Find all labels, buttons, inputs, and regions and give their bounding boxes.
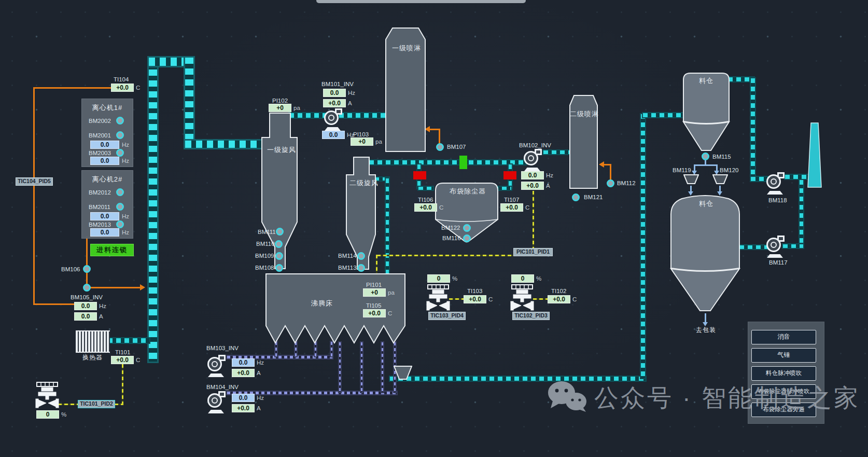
bm104-amp: +0.0 [232, 404, 255, 412]
hopper-bm120[interactable] [712, 174, 728, 185]
bm101-hz: 0.0 [323, 89, 346, 97]
spray-tower1-label: 一级喷淋 [392, 44, 421, 53]
bm107-indicator[interactable] [436, 143, 444, 151]
tic101-pid2-box[interactable]: TIC101_PID2 [78, 400, 115, 408]
line-ti101-pid [122, 364, 123, 405]
valve-red-right[interactable] [503, 171, 516, 179]
bm118-label: BM118 [768, 197, 787, 203]
ti103-label: TI103 [467, 288, 482, 294]
bm105-amp: 0.0 [74, 312, 97, 321]
centrifuge2-bm2013-hz-unit: Hz [122, 229, 129, 236]
pump-bm104[interactable] [207, 391, 228, 413]
silo2 [669, 192, 741, 313]
bm101-hz-unit: Hz [348, 90, 355, 96]
bm111-label: BM111 [258, 229, 276, 235]
bm105-hz: 0.0 [74, 302, 97, 310]
bm109-indicator[interactable] [275, 252, 283, 260]
bm108-indicator[interactable] [275, 264, 283, 272]
button-silo-pulse[interactable]: 料仓脉冲喷吹 [751, 366, 816, 381]
pipe-bm104-stub3 [381, 341, 384, 393]
bm114-indicator[interactable] [357, 252, 365, 260]
tic103-pid4-box[interactable]: TIC103_PID4 [428, 312, 466, 320]
centrifuge1-panel: 离心机1# BM2002 BM2001 0.0 Hz BM2003 0.0 Hz [81, 99, 133, 167]
ti105-unit: C [388, 310, 392, 316]
bm121-label: BM121 [584, 194, 603, 200]
centrifuge2-bm2011-hz: 0.0 [90, 212, 119, 220]
bm101-amp: +0.0 [323, 99, 346, 107]
bm116-indicator[interactable] [463, 234, 471, 242]
tic102-valve-pct-unit: % [536, 275, 541, 282]
bm122-indicator[interactable] [463, 224, 471, 232]
pipe-bm118-down [799, 179, 804, 247]
bm110-label: BM110 [256, 241, 275, 247]
tic103-valve-pct: 0 [427, 274, 450, 283]
silo1-label: 料仓 [699, 76, 713, 86]
centrifuge2-bm2011-indicator[interactable] [116, 203, 124, 211]
pi103-label: PI103 [353, 131, 369, 137]
centrifuge2-bm2013-indicator[interactable] [116, 220, 124, 228]
pi101-value: +0 [363, 288, 386, 297]
bm121-indicator[interactable] [572, 193, 580, 201]
line-ti103-valve [449, 298, 465, 300]
bm104-label: BM104_INV [206, 384, 239, 390]
bm115-indicator[interactable] [702, 153, 709, 160]
pipe-bm104-stub2 [360, 341, 363, 393]
control-valve-tic102[interactable] [510, 284, 534, 311]
bag-filter-label: 布袋除尘器 [450, 187, 486, 196]
fluidized-bed [265, 273, 406, 344]
bm105-hz-unit: Hz [99, 303, 106, 309]
control-valve-tic103[interactable] [426, 284, 450, 311]
pi103-value: +0 [351, 137, 373, 146]
valve-green[interactable] [459, 156, 467, 169]
centrifuge2-bm2012-indicator[interactable] [116, 188, 124, 196]
centrifuge2-bm2011-hz-unit: Hz [122, 213, 129, 219]
wechat-icon [548, 380, 587, 412]
heat-exchanger-icon [76, 330, 110, 353]
heat-exchanger-label: 换热器 [82, 353, 103, 362]
pipe-right-riser [640, 113, 646, 379]
pump-bm118[interactable] [766, 172, 787, 195]
ti107-label: TI107 [504, 197, 519, 203]
ti102-value: +0.0 [548, 295, 570, 303]
feed-interlock-button[interactable]: 进料连锁 [90, 244, 134, 256]
bm112-indicator[interactable] [607, 179, 614, 187]
cyclone1-label: 一级旋风 [267, 145, 296, 155]
pump-bm102[interactable] [524, 148, 544, 171]
bm113-indicator[interactable] [357, 264, 365, 272]
bm108-label: BM108 [255, 265, 274, 271]
control-valve-tic101[interactable] [35, 382, 59, 409]
centrifuge1-bm2003-indicator[interactable] [116, 149, 124, 157]
pic101-pid1-box[interactable]: PIC101_PID1 [513, 248, 553, 256]
button-air-hammer[interactable]: 气锤 [751, 348, 816, 363]
bm120-drop-arrow [717, 191, 722, 198]
hmi-screen: 一级喷淋 一级旋风 二级旋风 布袋除尘器 二级喷淋 沸腾床 料仓 料仓 换热器 … [0, 0, 868, 457]
centrifuge1-bm2002-indicator[interactable] [116, 117, 124, 124]
bm119-label: BM119 [673, 167, 691, 173]
valve-red-left[interactable] [413, 171, 426, 179]
top-bar [316, 0, 526, 3]
hopper-bm119[interactable] [683, 174, 699, 185]
pump-bm117[interactable] [766, 235, 787, 258]
bm110-indicator[interactable] [275, 240, 283, 248]
ti101-unit: C [136, 357, 140, 363]
pi103-unit: pa [375, 139, 382, 145]
button-mute[interactable]: 消音 [751, 330, 816, 344]
tic102-pid3-box[interactable]: TIC102_PID3 [512, 312, 550, 320]
fluidized-bed-label: 沸腾床 [311, 299, 333, 308]
button-bagfilter-bypass[interactable]: 布袋除尘器旁通 [751, 403, 816, 417]
pipe-to-silo1 [642, 112, 684, 118]
bm105-indicator[interactable] [83, 284, 91, 292]
spray-tower2-label: 二级喷淋 [570, 109, 599, 119]
bm105-amp-unit: A [99, 313, 103, 320]
pump-bm103[interactable] [207, 354, 228, 377]
ti106-label: TI106 [418, 197, 433, 203]
tic104-pid5-box[interactable]: TIC104_PID5 [16, 177, 53, 186]
pump-bm101[interactable] [324, 108, 345, 131]
pipe-silo1-down [750, 77, 756, 181]
button-bagfilter-pulse[interactable]: 布袋除尘器脉冲喷吹 [751, 384, 816, 399]
ti101-label: TI101 [115, 349, 130, 355]
bm106-indicator[interactable] [83, 265, 91, 273]
bm111-indicator[interactable] [276, 228, 284, 236]
centrifuge1-bm2001-indicator[interactable] [116, 131, 124, 139]
centrifuge1-bm2003-hz: 0.0 [90, 157, 119, 165]
